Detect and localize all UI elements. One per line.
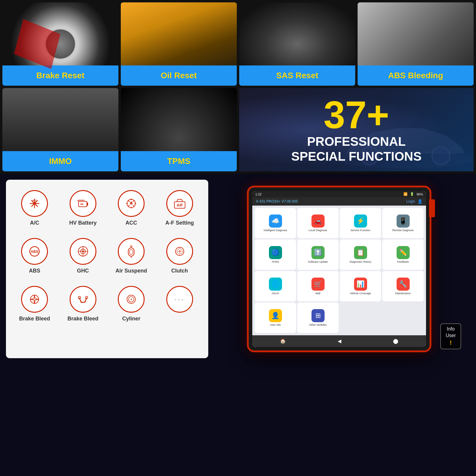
list-item: Brake Bleed bbox=[12, 281, 57, 326]
air-suspend-label: Air Suspend bbox=[115, 268, 147, 274]
ac-label: A/C bbox=[30, 220, 39, 226]
adas-icon: 🌐 bbox=[269, 278, 282, 291]
circle-nav-button[interactable]: ⬤ bbox=[391, 337, 401, 345]
app-intelligent-diagnose[interactable]: ☁️ Intelligent Diagnose bbox=[255, 208, 296, 238]
other-modules-icon: ⊞ bbox=[311, 309, 325, 322]
hv-battery-label: HV Battery bbox=[69, 220, 97, 226]
oil-reset-label: Oil Reset bbox=[121, 65, 237, 86]
icons-grid: A/C A/C + HV Battery bbox=[12, 186, 202, 326]
app-other-modules[interactable]: ⊞ Other Modules bbox=[297, 303, 339, 333]
tpms-label: TPMS bbox=[121, 151, 237, 171]
app-vehicle-coverage[interactable]: 📊 Vehicle Coverage bbox=[340, 271, 381, 301]
list-item: A/C A/C bbox=[12, 186, 57, 231]
svg-point-42 bbox=[131, 299, 132, 300]
app-user-info[interactable]: 👤 User Info bbox=[255, 303, 296, 333]
info-label: Info bbox=[447, 326, 455, 332]
feedback-icon: ✏️ bbox=[397, 246, 410, 259]
svg-text:A/F: A/F bbox=[176, 203, 183, 207]
intelligent-diagnose-label: Intelligent Diagnose bbox=[264, 229, 287, 232]
remote-diagnose-icon: 📱 bbox=[397, 214, 410, 228]
immo-card: IMMO bbox=[2, 88, 118, 171]
app-adas[interactable]: 🌐 ADAS bbox=[255, 271, 296, 301]
list-item: Air Suspend bbox=[109, 234, 154, 278]
af-setting-icon: A/F bbox=[166, 190, 193, 217]
sas-reset-card: SAS Reset bbox=[239, 2, 355, 86]
wifi-icon: 📶 bbox=[403, 192, 408, 196]
app-tpms[interactable]: 🔵 TPMS bbox=[255, 239, 296, 270]
ac-icon: A/C bbox=[21, 190, 48, 217]
user-label: User bbox=[446, 333, 456, 338]
professional-label: PROFESSIONAL SPECIAL FUNCTIONS bbox=[291, 134, 422, 164]
brake-bleed-1-label: Brake Bleed bbox=[19, 316, 50, 322]
app-remote-diagnose[interactable]: 📱 Remote Diagnose bbox=[382, 208, 424, 238]
app-software-update[interactable]: ⬆️ Software Update bbox=[297, 239, 339, 270]
battery-icon: 🔋 bbox=[410, 192, 414, 196]
home-nav-button[interactable]: 🏠 bbox=[278, 337, 288, 345]
intelligent-diagnose-icon: ☁️ bbox=[269, 214, 282, 228]
abs-label: ABS bbox=[29, 268, 40, 274]
tpms-app-icon: 🔵 bbox=[269, 246, 282, 259]
brake-bleed-2-icon bbox=[70, 286, 96, 313]
software-update-label: Software Update bbox=[308, 260, 328, 264]
svg-rect-23 bbox=[129, 250, 133, 254]
air-suspend-icon bbox=[118, 238, 145, 265]
cylinder-label: Cyliner bbox=[122, 316, 140, 322]
exclamation-icon: ! bbox=[450, 339, 452, 346]
special-functions-card: 37+ PROFESSIONAL SPECIAL FUNCTIONS bbox=[239, 88, 474, 171]
service-function-label: Service Function bbox=[350, 229, 370, 232]
back-nav-button[interactable]: ◀ bbox=[335, 337, 344, 345]
tablet-device: 1:22 📶 🔋 96% X-431 PRO3S+ V7.00.005 Logi… bbox=[247, 186, 431, 352]
brake-bleed-2-label: Brake Bleed bbox=[68, 316, 98, 322]
service-function-icon: ⚡ bbox=[354, 214, 367, 228]
app-diagnostic-history[interactable]: 📋 Diagnostic History bbox=[340, 239, 381, 270]
list-item: ··· bbox=[157, 281, 203, 326]
adas-label: ADAS bbox=[272, 292, 279, 295]
maintenance-icon: 🔧 bbox=[397, 278, 410, 291]
app-local-diagnose[interactable]: 🚗 Local Diagnose bbox=[297, 208, 339, 238]
bottom-section: A/C A/C + HV Battery bbox=[0, 174, 476, 364]
svg-rect-22 bbox=[128, 248, 134, 256]
list-item: GHC bbox=[60, 234, 106, 278]
app-feedback[interactable]: ✏️ Feedback bbox=[382, 239, 424, 270]
app-service-function[interactable]: ⚡ Service Function bbox=[340, 208, 381, 238]
info-user-badge: Info User ! bbox=[440, 323, 461, 349]
vehicle-coverage-icon: 📊 bbox=[354, 278, 367, 291]
hv-battery-icon: + bbox=[70, 190, 96, 217]
list-item: Cyliner bbox=[109, 281, 154, 326]
battery-level: 96% bbox=[416, 192, 423, 196]
diagnostic-history-label: Diagnostic History bbox=[350, 260, 371, 264]
maintenance-label: Maintenance bbox=[395, 292, 411, 295]
login-button[interactable]: Login bbox=[406, 199, 415, 203]
brake-reset-label: Brake Reset bbox=[2, 65, 118, 86]
clutch-label: Clutch bbox=[171, 268, 188, 274]
screen-topbar: X-431 PRO3S+ V7.00.005 Login 👤 bbox=[252, 197, 426, 206]
user-profile-icon[interactable]: 👤 bbox=[417, 199, 422, 204]
vehicle-coverage-label: Vehicle Coverage bbox=[350, 292, 371, 295]
screen-statusbar: 1:22 📶 🔋 96% bbox=[252, 191, 426, 197]
app-maintenance[interactable]: 🔧 Maintenance bbox=[382, 271, 424, 301]
svg-rect-6 bbox=[87, 203, 88, 206]
list-item: Clutch bbox=[157, 234, 203, 278]
svg-text:ABS: ABS bbox=[31, 250, 38, 254]
user-info-label: User Info bbox=[270, 323, 281, 327]
icons-panel: A/C A/C + HV Battery bbox=[6, 180, 208, 358]
app-title: X-431 PRO3S+ V7.00.005 bbox=[256, 199, 298, 203]
screen-time: 1:22 bbox=[255, 192, 262, 196]
app-mall[interactable]: 🛒 Mall bbox=[297, 271, 339, 301]
cylinder-icon bbox=[118, 286, 145, 313]
mall-icon: 🛒 bbox=[311, 278, 325, 291]
screen-app-grid: ☁️ Intelligent Diagnose 🚗 Local Diagnose… bbox=[252, 206, 426, 335]
list-item: + HV Battery bbox=[60, 186, 106, 231]
top-features-section: Brake Reset Oil Reset SAS Reset ABS Blee… bbox=[0, 0, 476, 174]
brake-bleed-1-icon bbox=[21, 286, 48, 313]
more-icon: ··· bbox=[166, 286, 193, 313]
abs-bleeding-label: ABS Bleeding bbox=[358, 65, 474, 86]
tpms-app-label: TPMS bbox=[272, 260, 279, 264]
list-item: ACC bbox=[109, 186, 154, 231]
device-screen: 1:22 📶 🔋 96% X-431 PRO3S+ V7.00.005 Logi… bbox=[252, 191, 426, 347]
mall-label: Mall bbox=[315, 292, 320, 295]
list-item: A/F A-F Setting bbox=[157, 186, 203, 231]
remote-diagnose-label: Remote Diagnose bbox=[392, 229, 414, 232]
device-panel: 1:22 📶 🔋 96% X-431 PRO3S+ V7.00.005 Logi… bbox=[208, 180, 470, 358]
af-setting-label: A-F Setting bbox=[165, 220, 194, 226]
